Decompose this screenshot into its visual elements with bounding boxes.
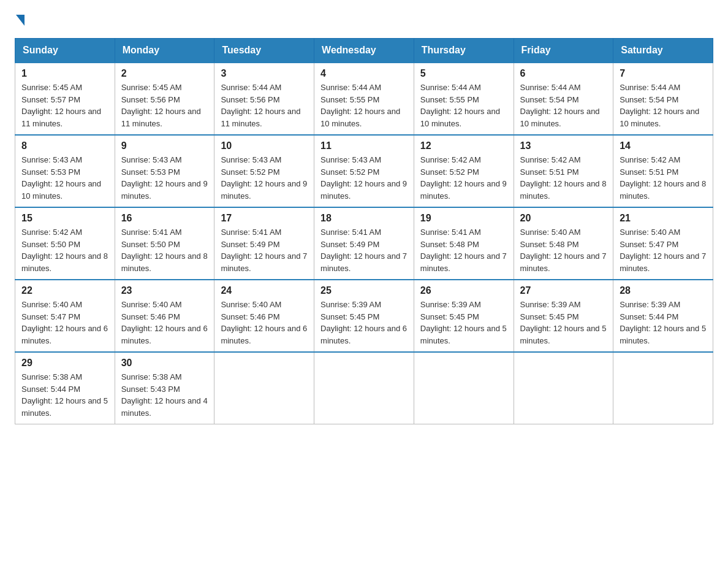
day-info: Sunrise: 5:40 AM Sunset: 5:46 PM Dayligh… (221, 299, 308, 347)
day-number: 1 (21, 68, 108, 79)
calendar-cell: 1 Sunrise: 5:45 AM Sunset: 5:57 PM Dayli… (15, 63, 115, 135)
day-number: 10 (221, 140, 308, 151)
daylight-label: Daylight: 12 hours and 5 minutes. (21, 396, 108, 418)
calendar-cell: 23 Sunrise: 5:40 AM Sunset: 5:46 PM Dayl… (115, 280, 214, 352)
week-row-1: 1 Sunrise: 5:45 AM Sunset: 5:57 PM Dayli… (15, 63, 713, 135)
sunset-label: Sunset: 5:45 PM (320, 312, 379, 321)
week-row-2: 8 Sunrise: 5:43 AM Sunset: 5:53 PM Dayli… (15, 135, 713, 207)
logo (15, 15, 26, 26)
daylight-label: Daylight: 12 hours and 10 minutes. (620, 107, 699, 128)
day-number: 13 (520, 140, 607, 151)
sunset-label: Sunset: 5:56 PM (121, 95, 180, 104)
col-header-tuesday: Tuesday (214, 39, 314, 63)
sunrise-label: Sunrise: 5:44 AM (520, 83, 581, 92)
daylight-label: Daylight: 12 hours and 11 minutes. (21, 107, 101, 128)
calendar-cell: 4 Sunrise: 5:44 AM Sunset: 5:55 PM Dayli… (314, 63, 414, 135)
sunrise-label: Sunrise: 5:43 AM (21, 155, 82, 164)
calendar-cell: 29 Sunrise: 5:38 AM Sunset: 5:44 PM Dayl… (15, 352, 115, 424)
sunset-label: Sunset: 5:51 PM (620, 167, 678, 177)
day-info: Sunrise: 5:42 AM Sunset: 5:50 PM Dayligh… (21, 226, 108, 274)
sunrise-label: Sunrise: 5:40 AM (221, 300, 281, 309)
day-number: 23 (121, 285, 208, 296)
sunset-label: Sunset: 5:54 PM (520, 95, 579, 104)
day-info: Sunrise: 5:43 AM Sunset: 5:52 PM Dayligh… (320, 154, 408, 202)
calendar-cell (514, 352, 613, 424)
sunset-label: Sunset: 5:55 PM (420, 95, 479, 104)
daylight-label: Daylight: 12 hours and 6 minutes. (221, 324, 307, 345)
week-row-3: 15 Sunrise: 5:42 AM Sunset: 5:50 PM Dayl… (15, 207, 713, 280)
day-number: 21 (620, 213, 707, 224)
sunset-label: Sunset: 5:55 PM (320, 95, 379, 104)
sunset-label: Sunset: 5:44 PM (620, 312, 678, 321)
calendar-cell: 25 Sunrise: 5:39 AM Sunset: 5:45 PM Dayl… (314, 280, 414, 352)
daylight-label: Daylight: 12 hours and 9 minutes. (121, 179, 208, 201)
sunrise-label: Sunrise: 5:42 AM (520, 155, 581, 164)
calendar-cell: 30 Sunrise: 5:38 AM Sunset: 5:43 PM Dayl… (115, 352, 214, 424)
calendar-cell: 9 Sunrise: 5:43 AM Sunset: 5:53 PM Dayli… (115, 135, 214, 207)
sunset-label: Sunset: 5:53 PM (21, 167, 80, 177)
daylight-label: Daylight: 12 hours and 8 minutes. (121, 251, 208, 273)
day-info: Sunrise: 5:44 AM Sunset: 5:56 PM Dayligh… (221, 82, 308, 129)
day-number: 18 (320, 213, 408, 224)
calendar-table: SundayMondayTuesdayWednesdayThursdayFrid… (15, 38, 713, 424)
day-info: Sunrise: 5:38 AM Sunset: 5:43 PM Dayligh… (121, 371, 208, 419)
sunrise-label: Sunrise: 5:39 AM (420, 300, 481, 309)
sunrise-label: Sunrise: 5:42 AM (21, 228, 82, 237)
day-info: Sunrise: 5:44 AM Sunset: 5:55 PM Dayligh… (320, 82, 408, 129)
col-header-monday: Monday (115, 39, 214, 63)
sunset-label: Sunset: 5:52 PM (420, 167, 479, 177)
day-info: Sunrise: 5:43 AM Sunset: 5:52 PM Dayligh… (221, 154, 308, 202)
sunrise-label: Sunrise: 5:40 AM (121, 300, 182, 309)
sunset-label: Sunset: 5:48 PM (520, 240, 579, 249)
col-header-thursday: Thursday (414, 39, 514, 63)
day-number: 5 (420, 68, 507, 79)
week-row-4: 22 Sunrise: 5:40 AM Sunset: 5:47 PM Dayl… (15, 280, 713, 352)
daylight-label: Daylight: 12 hours and 10 minutes. (21, 179, 101, 201)
daylight-label: Daylight: 12 hours and 10 minutes. (320, 107, 400, 128)
daylight-label: Daylight: 12 hours and 7 minutes. (221, 251, 307, 273)
daylight-label: Daylight: 12 hours and 5 minutes. (520, 324, 607, 345)
daylight-label: Daylight: 12 hours and 4 minutes. (121, 396, 208, 418)
day-info: Sunrise: 5:42 AM Sunset: 5:51 PM Dayligh… (620, 154, 707, 202)
calendar-cell: 17 Sunrise: 5:41 AM Sunset: 5:49 PM Dayl… (214, 207, 314, 280)
sunset-label: Sunset: 5:48 PM (420, 240, 479, 249)
daylight-label: Daylight: 12 hours and 9 minutes. (320, 179, 407, 201)
day-info: Sunrise: 5:42 AM Sunset: 5:52 PM Dayligh… (420, 154, 507, 202)
day-info: Sunrise: 5:39 AM Sunset: 5:45 PM Dayligh… (320, 299, 408, 347)
daylight-label: Daylight: 12 hours and 5 minutes. (420, 324, 507, 345)
calendar-cell: 12 Sunrise: 5:42 AM Sunset: 5:52 PM Dayl… (414, 135, 514, 207)
daylight-label: Daylight: 12 hours and 6 minutes. (121, 324, 208, 345)
day-number: 26 (420, 285, 507, 296)
col-header-sunday: Sunday (15, 39, 115, 63)
day-info: Sunrise: 5:45 AM Sunset: 5:56 PM Dayligh… (121, 82, 208, 129)
sunrise-label: Sunrise: 5:41 AM (121, 228, 182, 237)
calendar-cell: 11 Sunrise: 5:43 AM Sunset: 5:52 PM Dayl… (314, 135, 414, 207)
day-info: Sunrise: 5:42 AM Sunset: 5:51 PM Dayligh… (520, 154, 607, 202)
day-info: Sunrise: 5:43 AM Sunset: 5:53 PM Dayligh… (121, 154, 208, 202)
sunrise-label: Sunrise: 5:43 AM (221, 155, 281, 164)
sunset-label: Sunset: 5:52 PM (320, 167, 379, 177)
day-number: 6 (520, 68, 607, 79)
day-info: Sunrise: 5:41 AM Sunset: 5:50 PM Dayligh… (121, 226, 208, 274)
sunrise-label: Sunrise: 5:41 AM (221, 228, 281, 237)
sunset-label: Sunset: 5:45 PM (420, 312, 479, 321)
logo-text (15, 15, 26, 26)
day-number: 3 (221, 68, 308, 79)
sunset-label: Sunset: 5:49 PM (221, 240, 279, 249)
sunrise-label: Sunrise: 5:43 AM (121, 155, 182, 164)
day-number: 30 (121, 358, 208, 369)
calendar-cell: 16 Sunrise: 5:41 AM Sunset: 5:50 PM Dayl… (115, 207, 214, 280)
day-number: 25 (320, 285, 408, 296)
day-number: 28 (620, 285, 707, 296)
sunset-label: Sunset: 5:46 PM (121, 312, 180, 321)
sunrise-label: Sunrise: 5:43 AM (320, 155, 381, 164)
daylight-label: Daylight: 12 hours and 8 minutes. (520, 179, 607, 201)
day-number: 27 (520, 285, 607, 296)
calendar-cell: 14 Sunrise: 5:42 AM Sunset: 5:51 PM Dayl… (613, 135, 713, 207)
calendar-cell (613, 352, 713, 424)
sunset-label: Sunset: 5:43 PM (121, 385, 180, 394)
calendar-cell: 28 Sunrise: 5:39 AM Sunset: 5:44 PM Dayl… (613, 280, 713, 352)
calendar-cell: 21 Sunrise: 5:40 AM Sunset: 5:47 PM Dayl… (613, 207, 713, 280)
sunset-label: Sunset: 5:47 PM (21, 312, 80, 321)
logo-triangle-icon (16, 15, 25, 26)
